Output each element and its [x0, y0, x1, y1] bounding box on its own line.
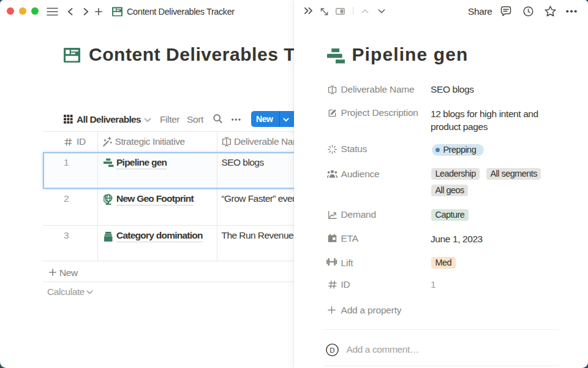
svg-text:D: D [330, 346, 334, 353]
